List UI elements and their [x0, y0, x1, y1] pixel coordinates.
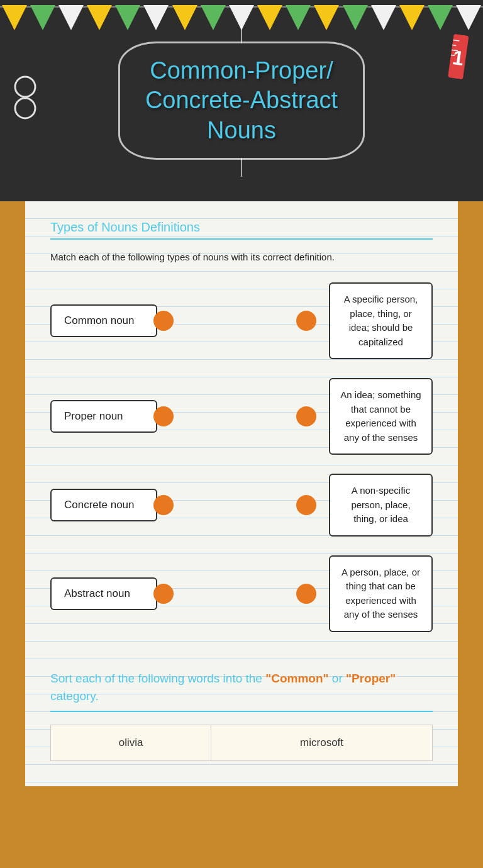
highlight-common: "Common": [265, 672, 328, 685]
match-row-concrete: Concrete noun A non-specific person, pla…: [50, 474, 433, 537]
connector-dot-concrete-right[interactable]: [153, 495, 174, 515]
definition-box-0: A specific person, place, thing, or idea…: [329, 282, 433, 359]
match-row-abstract: Abstract noun A person, place, or thing …: [50, 555, 433, 632]
flag: [371, 5, 396, 30]
main-content: Types of Nouns Definitions Match each of…: [25, 201, 458, 786]
flag: [201, 5, 226, 30]
section1-instruction: Match each of the following types of nou…: [50, 250, 433, 265]
flag: [343, 5, 368, 30]
connector-dot-def1-left[interactable]: [296, 406, 316, 426]
match-row-proper: Proper noun An idea; something that cann…: [50, 378, 433, 455]
connector-dot-abstract-right[interactable]: [153, 584, 174, 604]
noun-label-common[interactable]: Common noun: [50, 304, 157, 337]
sort-instruction: Sort each of the following words into th…: [50, 670, 433, 712]
flag: [428, 5, 453, 30]
sort-word-olivia[interactable]: olivia: [51, 725, 211, 760]
flag: [58, 5, 84, 30]
flag: [257, 5, 282, 30]
sort-table-row: olivia microsoft: [51, 725, 433, 760]
bunting-line: [0, 6, 483, 8]
match-row-common: Common noun A specific person, place, th…: [50, 282, 433, 359]
page-title: Common-Proper/ Concrete-Abstract Nouns: [145, 56, 338, 146]
connector-dot-def3-left[interactable]: [296, 584, 316, 604]
connector-dot-def2-left[interactable]: [296, 495, 316, 515]
noun-label-proper[interactable]: Proper noun: [50, 400, 157, 433]
noun-label-concrete[interactable]: Concrete noun: [50, 489, 157, 521]
flag: [30, 5, 55, 30]
svg-point-0: [15, 77, 35, 97]
flag: [399, 5, 425, 30]
definition-box-3: A person, place, or thing that can be ex…: [329, 555, 433, 632]
connector-dot-def0-left[interactable]: [296, 311, 316, 331]
highlight-proper: "Proper": [346, 672, 396, 685]
flag: [172, 5, 197, 30]
svg-line-5: [452, 45, 456, 46]
definition-box-2: A non-specific person, place, thing, or …: [329, 474, 433, 537]
svg-point-1: [15, 98, 35, 118]
flag: [286, 5, 311, 30]
sort-word-microsoft[interactable]: microsoft: [211, 725, 433, 760]
svg-line-7: [451, 55, 455, 55]
left-decoration-icon: [11, 75, 39, 126]
section1-title: Types of Nouns Definitions: [50, 220, 433, 240]
flag: [314, 5, 339, 30]
flag: [115, 5, 140, 30]
connector-dot-proper-right[interactable]: [153, 406, 174, 426]
flag: [87, 5, 112, 30]
flag: [2, 5, 27, 30]
definition-box-1: An idea; something that cannot be experi…: [329, 378, 433, 455]
flag: [456, 5, 481, 30]
chalkboard-header: 1 Common-Proper/ Concrete-Abstract Nouns: [0, 0, 483, 201]
flag: [143, 5, 169, 30]
title-box: Common-Proper/ Concrete-Abstract Nouns: [118, 42, 365, 160]
ruler-icon: 1: [442, 33, 474, 87]
sort-table: olivia microsoft: [50, 725, 433, 761]
noun-label-abstract[interactable]: Abstract noun: [50, 577, 157, 610]
section2: Sort each of the following words into th…: [50, 670, 433, 761]
connector-dot-common-right[interactable]: [153, 311, 174, 331]
